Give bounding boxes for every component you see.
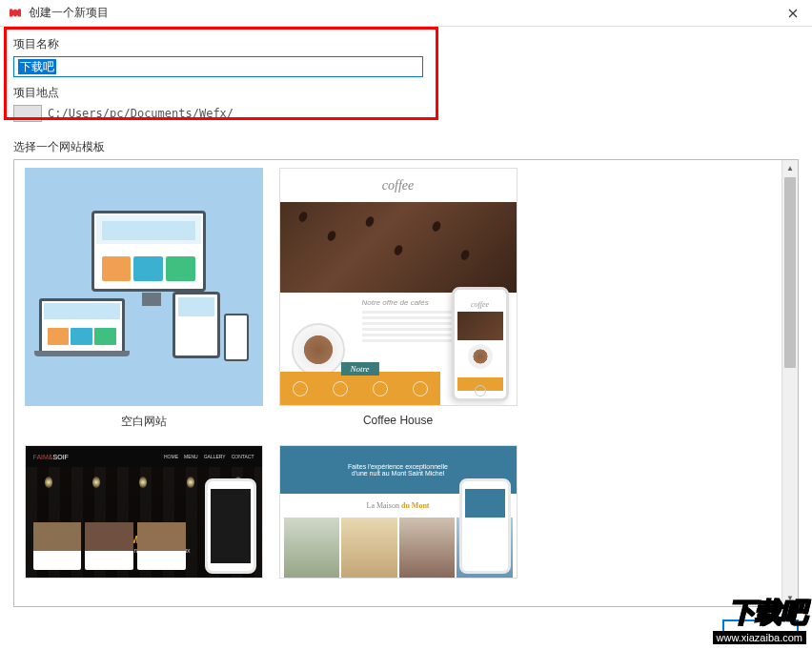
monitor-icon	[91, 211, 206, 292]
template-thumb	[25, 168, 263, 406]
templates-section-label: 选择一个网站模板	[0, 133, 812, 159]
dialog-buttons	[722, 620, 799, 642]
template-item-faim-soif[interactable]: FAIM&SOIF HOMEMENUGALLERYCONTACT FAIM&SO…	[22, 445, 265, 579]
project-name-value: 下载吧	[18, 59, 56, 74]
phone-icon	[224, 314, 249, 361]
project-name-label: 项目名称	[13, 36, 799, 52]
phone-mockup-icon	[459, 478, 511, 574]
template-item-blank[interactable]: 空白网站	[22, 168, 265, 430]
coffee-logo: coffee	[280, 169, 517, 202]
laptop-icon	[39, 298, 125, 354]
template-item-maison[interactable]: Faites l'expérience exceptionnelle d'une…	[276, 445, 519, 579]
template-thumb: Faites l'expérience exceptionnelle d'une…	[279, 445, 518, 579]
form-area: 项目名称 下载吧 项目地点 C:/Users/pc/Documents/Wefx…	[0, 27, 812, 133]
tablet-icon	[173, 292, 220, 358]
window-title: 创建一个新项目	[29, 5, 774, 21]
browse-location-button[interactable]	[13, 105, 42, 122]
close-icon	[788, 9, 798, 18]
project-location-path: C:/Users/pc/Documents/Wefx/	[48, 107, 233, 120]
phone-mockup-icon: coffee	[452, 287, 509, 401]
template-name: 空白网站	[121, 414, 167, 430]
scroll-thumb[interactable]	[784, 177, 796, 368]
scroll-down-icon[interactable]: ▼	[782, 590, 798, 606]
phone-mockup-icon	[205, 478, 256, 574]
title-bar: 创建一个新项目	[0, 0, 812, 27]
template-thumb: coffee Notre offre de cafés	[279, 168, 518, 406]
template-item-coffee-house[interactable]: coffee Notre offre de cafés	[276, 168, 519, 430]
project-location-label: 项目地点	[13, 85, 799, 101]
template-name: Coffee House	[363, 414, 433, 427]
scroll-up-icon[interactable]: ▲	[782, 160, 798, 176]
ok-button[interactable]	[722, 620, 799, 642]
vertical-scrollbar[interactable]: ▲ ▼	[782, 160, 798, 606]
template-placeholder	[531, 168, 774, 430]
templates-panel: 空白网站 coffee Notre offre de cafés	[13, 159, 799, 607]
project-name-input[interactable]: 下载吧	[13, 56, 423, 77]
close-button[interactable]	[774, 0, 812, 27]
template-thumb: FAIM&SOIF HOMEMENUGALLERYCONTACT FAIM&SO…	[25, 445, 263, 579]
app-icon	[8, 6, 23, 21]
templates-scroll-area[interactable]: 空白网站 coffee Notre offre de cafés	[14, 160, 782, 606]
cup-icon	[292, 323, 345, 376]
